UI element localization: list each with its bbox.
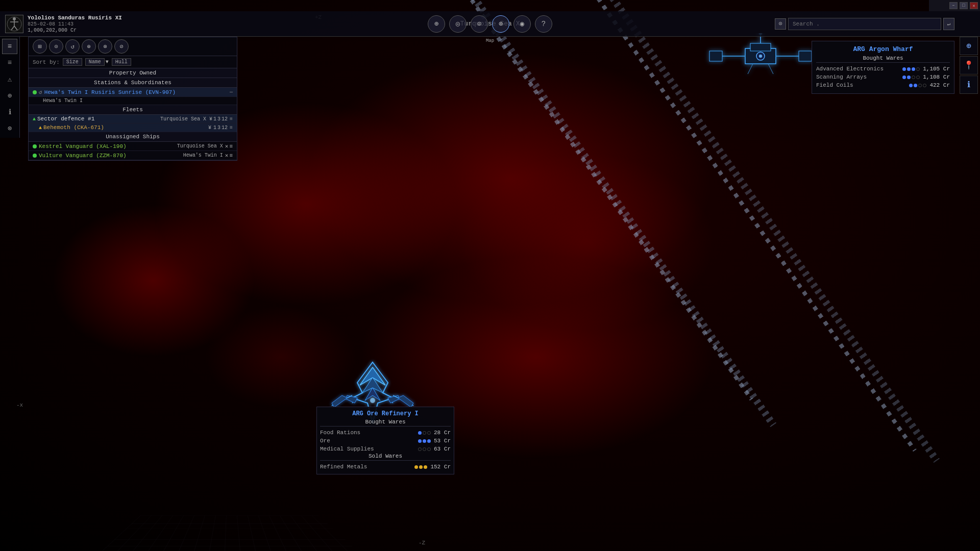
fleet-row-sector[interactable]: ▲ Sector defence #1 Turquoise Sea X ¥ 1 … [29, 115, 237, 123]
refinery-row-food: Food Rations 28 Cr [320, 429, 451, 437]
search-icon-button[interactable]: ⊙ [775, 18, 786, 30]
sidebar-tab-2[interactable]: ≡ [2, 55, 17, 70]
axis-minus-z: -Z [419, 540, 425, 546]
sort-name-button[interactable]: Name [85, 58, 105, 66]
dot2 [914, 84, 917, 87]
station-row-hewa[interactable]: ↺ Hewa's Twin I Rusiris Sunrise (EVN-907… [29, 88, 237, 97]
item-dots-sa [902, 76, 920, 79]
item-price-fc: 422 Cr [929, 82, 950, 88]
sidebar-tab-4[interactable]: ⊕ [2, 88, 17, 103]
close-button[interactable]: ✕ [970, 2, 978, 9]
fleet-name: Sector defence #1 [37, 116, 160, 122]
refinery-food-name: Food Rations [320, 430, 415, 436]
ship1-status-dot [33, 144, 37, 148]
fleet-menu-icon[interactable]: ≡ [230, 116, 233, 122]
fleet-symbol: ¥ [209, 116, 212, 122]
icon-btn-1[interactable]: ⊞ [33, 39, 47, 54]
dot2 [907, 67, 911, 71]
dot2 [423, 431, 426, 435]
nav-map-button[interactable]: ◎ [449, 15, 467, 33]
item-dots-ae [902, 67, 920, 71]
ship-count-3: 12 [222, 125, 228, 131]
station-collapse-btn[interactable]: — [230, 89, 233, 95]
nav-comm-button[interactable]: ◉ [513, 15, 531, 33]
sort-size-button[interactable]: Size [63, 58, 82, 66]
icon-btn-5[interactable]: ⊗ [98, 39, 112, 54]
icon-btn-3[interactable]: ↺ [65, 39, 80, 54]
right-panel-title: ARG Argon Wharf [816, 45, 950, 53]
info-row-advanced-electronics: Advanced Electronics 1,105 Cr [816, 65, 950, 73]
ship2-icon1: ✕ [225, 152, 229, 159]
icon-row: ⊞ ⊙ ↺ ⊕ ⊗ ⊘ [29, 37, 237, 56]
minimize-button[interactable]: – [949, 2, 958, 9]
station-recycle-icon: ↺ [39, 89, 42, 95]
item-price-ae: 1,105 Cr [923, 66, 950, 72]
player-details: Yololios Sanduras Rusiris XI 825-02-08 1… [28, 15, 122, 33]
dot1 [418, 447, 422, 451]
nav-missions-button[interactable]: ⊕ [428, 15, 445, 33]
dot4 [923, 84, 926, 87]
nav-help-button[interactable]: ? [535, 15, 552, 33]
ore-refinery-panel: ARG Ore Refinery I Bought Wares Food Rat… [316, 407, 454, 474]
nav-player-button[interactable]: ⊙ [471, 15, 488, 33]
icon-btn-2[interactable]: ⊙ [49, 39, 63, 54]
right-side-icons: ⊕ 📍 ℹ [960, 37, 978, 94]
dot2 [423, 439, 426, 443]
section-stations: Stations & Subordinates [29, 78, 237, 88]
nav-target-button[interactable]: ⊗ [492, 15, 509, 33]
dot1 [414, 465, 418, 469]
refinery-food-price: 28 Cr [434, 430, 451, 436]
station-status-dot [33, 90, 37, 94]
info-icon-button[interactable]: ℹ [960, 76, 978, 94]
ship2-name: Vulture Vanguard (ZZM-870) [39, 153, 183, 159]
refinery-bought-section: Bought Wares [320, 419, 451, 427]
item-name-sa: Scanning Arrays [816, 74, 899, 80]
unassigned-ship-kestrel[interactable]: Kestrel Vanguard (XAL-190) Turquoise Sea… [29, 142, 237, 151]
dot3 [912, 76, 915, 79]
ship-row-behemoth[interactable]: ▲ Behemoth (CKA-671) ¥ 1 3 12 ≡ [29, 123, 237, 132]
ship1-location: Turquoise Sea X [177, 143, 223, 149]
ship-menu-icon[interactable]: ≡ [230, 125, 233, 131]
sidebar-tab-property[interactable]: ≡ [2, 39, 17, 54]
fleet-count2: 3 [217, 116, 220, 122]
sort-name-dropdown-arrow[interactable]: ▼ [106, 59, 109, 65]
refinery-refined-dots [414, 465, 427, 469]
svg-line-28 [11, 26, 14, 30]
info-row-field-coils: Field Coils 422 Cr [816, 81, 950, 89]
minimap-toggle-button[interactable]: ⊕ [960, 37, 978, 55]
dot1 [418, 431, 422, 435]
icon-btn-6[interactable]: ⊘ [114, 39, 129, 54]
dot1 [418, 439, 422, 443]
dot3 [912, 67, 915, 71]
svg-line-21 [748, 64, 753, 74]
sort-hull-button[interactable]: Hull [112, 58, 131, 66]
station-image [704, 33, 817, 79]
refinery-title: ARG Ore Refinery I [320, 410, 451, 417]
unassigned-ship-vulture[interactable]: Vulture Vanguard (ZZM-870) Hewa's Twin I… [29, 151, 237, 160]
svg-line-29 [14, 26, 17, 30]
ship-count-2: 3 [217, 125, 220, 131]
refinery-food-dots [418, 431, 431, 435]
property-panel: ⊞ ⊙ ↺ ⊕ ⊗ ⊘ Sort by: Size Name ▼ Hull Pr… [28, 37, 237, 161]
ship-name-behemoth: Behemoth (CKA-671) [43, 124, 208, 131]
dot4 [916, 76, 920, 79]
search-submit-button[interactable]: ↵ [943, 18, 954, 30]
search-input[interactable] [788, 18, 941, 30]
player-name: Yololios Sanduras Rusiris XI [28, 15, 122, 21]
search-bar: ⊙ ↵ [775, 18, 954, 30]
icon-btn-4[interactable]: ⊕ [82, 39, 96, 54]
dot3 [427, 439, 431, 443]
sort-name-dropdown[interactable]: Name ▼ [85, 58, 109, 66]
location-icon-button[interactable]: 📍 [960, 56, 978, 74]
ship1-icon1: ✕ [225, 143, 229, 149]
refinery-medical-name: Medical Supplies [320, 446, 415, 452]
dot3 [427, 447, 431, 451]
ship-count-1: 1 [213, 125, 216, 131]
sidebar-tab-5[interactable]: ℹ [2, 104, 17, 119]
maximize-button[interactable]: □ [960, 2, 968, 9]
sidebar-tab-6[interactable]: ⊗ [2, 120, 17, 136]
station-name-hewa: Hewa's Twin I Rusiris Sunrise (EVN-907) [44, 89, 230, 95]
titlebar: – □ ✕ [929, 0, 980, 11]
sidebar-tab-3[interactable]: ⚠ [2, 71, 17, 87]
svg-marker-12 [398, 395, 413, 407]
